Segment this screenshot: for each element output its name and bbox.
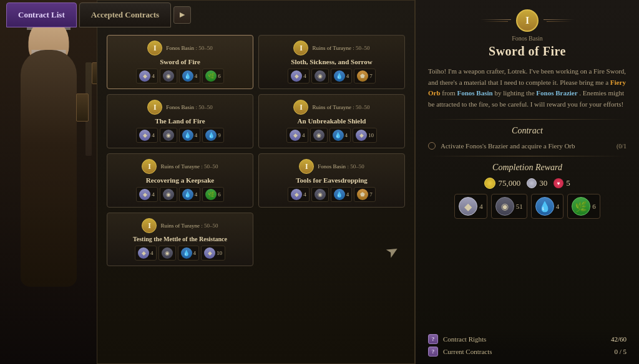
water-icon: 💧	[182, 189, 193, 200]
objective-radio[interactable]	[428, 142, 436, 150]
contract-location-7: Ruins of Turayne : 50–50	[160, 223, 218, 229]
contract-rewards-5: ◆ 4 ◉ 💧 4 🌿 6	[112, 187, 248, 202]
desc-p3: by lighting the	[494, 89, 536, 97]
reward-water-3: 💧 4	[179, 128, 201, 143]
heart-amount: 5	[566, 178, 570, 188]
item-reward-moon: ◉ 51	[491, 194, 527, 219]
tab-accepted-contracts[interactable]: Accepted Contracts	[79, 2, 171, 27]
water-icon: 💧	[182, 130, 193, 141]
card-header-6: I Fonos Basin : 50–50	[264, 159, 399, 174]
gold-reward: 75,000	[484, 178, 520, 189]
reward-water-6: 💧 4	[331, 187, 353, 202]
rank-badge-1: I	[147, 41, 162, 55]
character-silhouette	[0, 0, 97, 364]
water-icon: 💧	[334, 70, 345, 82]
contract-card-6[interactable]: I Fonos Basin : 50–50 Tools for Eavesdro…	[258, 153, 405, 208]
reward-crystal-2: ◆ 4	[288, 69, 310, 84]
leaf-icon: 🌿	[205, 189, 217, 200]
reward-moon-5: ◉	[160, 187, 177, 202]
crystal-icon: ◆	[204, 247, 215, 259]
divider-1	[428, 119, 627, 120]
moon-icon: ◉	[163, 189, 174, 200]
contract-rewards-6: ◆ 4 ◉ 💧 4 ⬟ 7	[264, 187, 399, 202]
amber-icon: ⬟	[357, 70, 368, 82]
contract-rights-row: ? Contract Rights 42/60	[428, 334, 627, 344]
reward-crystal-5: ◆ 4	[136, 187, 158, 202]
contract-card-2[interactable]: I Ruins of Turayne : 50–50 Sloth, Sickne…	[258, 35, 405, 89]
gold-icon	[484, 178, 495, 189]
tab-accepted-contracts-label: Accepted Contracts	[91, 10, 159, 20]
tab-contract-list[interactable]: Contract List	[6, 2, 77, 27]
item-leaf-count: 6	[592, 203, 596, 210]
nav-arrow-button[interactable]: ►	[173, 6, 191, 24]
main-rewards-row: 75,000 30 ♥ 5	[428, 178, 627, 189]
empty-slot: ➤	[258, 213, 405, 266]
item-crystal-icon: ◆	[459, 197, 477, 216]
contract-rewards-1: ◆ 4 ◉ 💧 4 🌿 6	[112, 69, 248, 84]
cursor-arrow: ➤	[383, 241, 402, 262]
card-header-7: I Ruins of Turayne : 50–50	[112, 218, 248, 233]
rank-badge-7: I	[142, 218, 157, 233]
detail-description: Toiho! I'm a weapon crafter, Lotrek. I'v…	[428, 66, 627, 110]
reward-moon-3: ◉	[160, 128, 177, 143]
desc-highlight3: Fonos Brazier	[536, 89, 577, 97]
shelf-item	[92, 62, 97, 84]
contracts-grid: I Fonos Basin : 50–50 Sword of Fire ◆ 4 …	[107, 35, 405, 266]
card-header-4: I Ruins of Turayne : 50–50	[264, 100, 399, 115]
contract-card-5[interactable]: I Ruins of Turayne : 50–50 Recovering a …	[107, 153, 253, 208]
reward-crystal-3: ◆ 4	[136, 128, 158, 143]
leaf-icon: 🌿	[205, 70, 217, 82]
reward-water-4: 💧 4	[329, 128, 351, 143]
footer-info: ? Contract Rights 42/60 ? Current Contra…	[416, 329, 639, 364]
reward-water-7: 💧 4	[178, 246, 200, 261]
card-header-3: I Fonos Basin : 50–50	[112, 100, 248, 115]
tab-contract-list-label: Contract List	[18, 10, 65, 20]
contract-rewards-2: ◆ 4 ◉ 💧 4 ⬟ 7	[264, 69, 399, 84]
item-leaf-icon: 🌿	[572, 197, 590, 216]
objective-text: Activate Fonos's Brazier and acquire a F…	[441, 142, 575, 150]
reward-amber-6: ⬟ 7	[354, 187, 376, 202]
reward-water-1: 💧 4	[179, 69, 201, 84]
contract-rights-help-icon[interactable]: ?	[428, 334, 438, 344]
desc-highlight2: Fonos Basin	[457, 89, 492, 97]
rank-badge-6: I	[299, 159, 314, 174]
contract-title-7: Testing the Mettle of the Resistance	[112, 236, 248, 242]
reward-water-2: 💧 4	[331, 69, 353, 84]
reward-leaf-1: 🌿 6	[202, 69, 224, 84]
silver-reward: 30	[527, 178, 547, 188]
item-water-icon: 💧	[535, 197, 554, 216]
contract-card-4[interactable]: I Ruins of Turayne : 50–50 An Unbreakabl…	[258, 94, 405, 148]
reward-crystal-6: ◆ 4	[288, 187, 310, 202]
contract-title-3: The Land of Fire	[112, 117, 248, 125]
contract-card-3[interactable]: I Fonos Basin : 50–50 The Land of Fire ◆…	[107, 94, 253, 148]
silver-amount: 30	[539, 178, 547, 188]
current-contracts-label: Current Contracts	[443, 348, 492, 355]
crystal-icon: ◆	[139, 70, 150, 82]
silver-icon	[527, 178, 537, 188]
ornament-right-line2	[547, 21, 572, 22]
character-area	[0, 0, 97, 364]
contract-title-4: An Unbreakable Shield	[264, 117, 399, 125]
water-icon: 💧	[334, 189, 345, 200]
reward-moon-4: ◉	[310, 128, 328, 143]
moon-icon: ◉	[163, 70, 174, 82]
contract-card-7[interactable]: I Ruins of Turayne : 50–50 Testing the M…	[107, 213, 253, 266]
ornament-right-line	[544, 19, 575, 20]
shelf-item	[76, 93, 89, 122]
item-moon-count: 51	[516, 203, 523, 210]
detail-location: Fonos Basin	[428, 35, 627, 42]
gold-amount: 75,000	[498, 178, 520, 188]
reward-leaf-5: 🌿 6	[202, 187, 224, 202]
amber-icon: ⬟	[357, 189, 368, 200]
reward-crystal-7: ◆ 4	[135, 246, 157, 261]
contract-rewards-3: ◆ 4 ◉ 💧 4 💧 9	[112, 128, 248, 143]
detail-rank-badge: I	[516, 9, 539, 32]
contract-card-1[interactable]: I Fonos Basin : 50–50 Sword of Fire ◆ 4 …	[107, 35, 253, 89]
heart-icon: ♥	[554, 178, 563, 188]
contract-location-3: Fonos Basin : 50–50	[166, 104, 212, 110]
heart-reward: ♥ 5	[554, 178, 570, 188]
moon-icon: ◉	[313, 130, 324, 141]
current-contracts-help-icon[interactable]: ?	[428, 347, 438, 357]
item-water-count: 4	[556, 203, 560, 210]
section-contract-title: Contract	[428, 126, 627, 136]
